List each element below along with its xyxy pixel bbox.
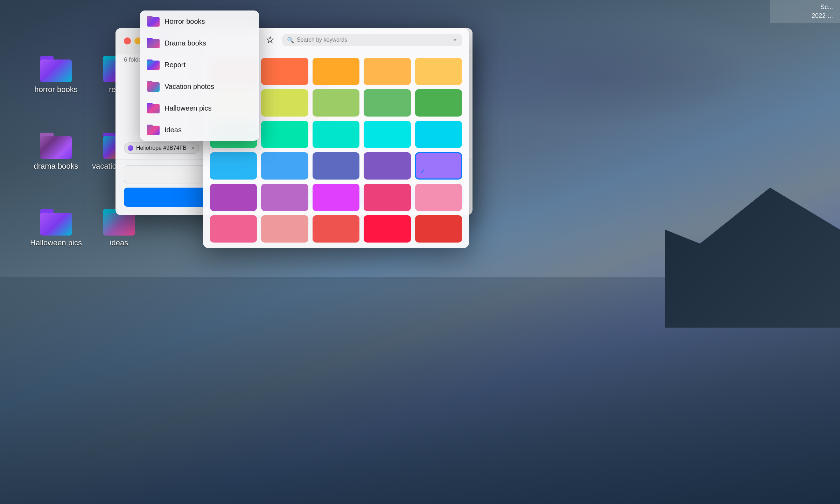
dropdown-folder-icon-halloween — [147, 103, 160, 113]
dropdown-item-report[interactable]: Report — [140, 54, 259, 76]
dropdown-label-drama-books: Drama books — [164, 39, 206, 47]
dropdown-item-ideas[interactable]: Ideas — [140, 119, 259, 141]
color-tag-label-1: Heliotrope #9B74FB — [136, 145, 187, 151]
swatch-teal-3[interactable] — [313, 121, 359, 148]
swatch-check-icon: ✓ — [420, 167, 426, 176]
dropdown-folder-icon-horror — [147, 16, 160, 27]
dropdown-label-ideas: Ideas — [164, 126, 182, 134]
swatch-red-4[interactable] — [415, 215, 462, 243]
dropdown-folder-icon-drama — [147, 38, 160, 48]
desktop-icon-label-horror-books: horror books — [34, 85, 78, 94]
folder-icon-drama-books — [40, 133, 72, 159]
swatch-purple-selected[interactable]: ✓ — [415, 152, 462, 180]
desktop-icon-label-halloween-pics: Halloween pics — [30, 238, 82, 247]
swatch-teal-2[interactable] — [261, 121, 308, 148]
dropdown-item-drama-books[interactable]: Drama books — [140, 32, 259, 54]
sparkles-icon[interactable] — [264, 34, 276, 46]
menubar-text: Sc...2022-... — [777, 3, 833, 20]
swatch-pink-3[interactable] — [415, 184, 462, 211]
dropdown-label-halloween-pics: Halloween pics — [164, 104, 212, 112]
swatch-orange-3[interactable] — [364, 58, 411, 85]
desktop-icon-label-ideas: ideas — [110, 238, 128, 247]
swatch-yellow-2[interactable] — [261, 89, 308, 117]
dropdown-menu: Horror books Drama books Report Vacation… — [140, 10, 259, 141]
menubar: Sc...2022-... — [770, 0, 840, 23]
swatch-cyan-1[interactable] — [415, 121, 462, 148]
swatch-blue-3[interactable] — [313, 152, 359, 180]
dropdown-item-vacation-photos[interactable]: Vacation photos — [140, 76, 259, 97]
folder-icon-horror-books — [40, 56, 72, 82]
dropdown-item-halloween-pics[interactable]: Halloween pics — [140, 97, 259, 119]
search-input[interactable] — [297, 37, 450, 43]
dropdown-folder-icon-vacation — [147, 81, 160, 92]
swatch-teal-4[interactable] — [364, 121, 411, 148]
swatch-green-3[interactable] — [415, 89, 462, 117]
search-bar[interactable]: 🔍 ✦ — [282, 34, 462, 46]
swatch-purple-1[interactable] — [364, 152, 411, 180]
dropdown-folder-icon-report — [147, 59, 160, 70]
swatch-orange-1[interactable] — [261, 58, 308, 85]
close-button[interactable] — [124, 37, 131, 44]
swatch-red-3[interactable] — [364, 215, 411, 243]
search-sparkle-icon: ✦ — [453, 37, 457, 43]
desktop-icon-horror-books[interactable]: horror books — [35, 56, 77, 94]
dropdown-folder-icon-ideas — [147, 125, 160, 135]
swatch-orange-2[interactable] — [313, 58, 359, 85]
color-tag-dot-1 — [128, 145, 133, 151]
swatch-green-2[interactable] — [364, 89, 411, 117]
swatch-blue-1[interactable] — [210, 152, 257, 180]
swatch-purple-2[interactable] — [210, 184, 257, 211]
dropdown-item-horror-books[interactable]: Horror books — [140, 10, 259, 32]
color-tag-remove-1[interactable]: ✕ — [191, 145, 195, 151]
swatch-pink-2[interactable] — [364, 184, 411, 211]
swatch-pink-5[interactable] — [261, 215, 308, 243]
swatch-purple-3[interactable] — [261, 184, 308, 211]
desktop-icon-label-drama-books: drama books — [34, 162, 78, 171]
dropdown-label-horror-books: Horror books — [164, 18, 205, 26]
swatch-blue-2[interactable] — [261, 152, 308, 180]
swatch-green-1[interactable] — [313, 89, 359, 117]
swatch-pink-4[interactable] — [210, 215, 257, 243]
dropdown-label-report: Report — [164, 61, 186, 69]
swatch-orange-4[interactable] — [415, 58, 462, 85]
desktop-icon-drama-books[interactable]: drama books — [35, 133, 77, 171]
swatch-red-2[interactable] — [313, 215, 359, 243]
color-tag-heliotrope[interactable]: Heliotrope #9B74FB ✕ — [124, 142, 200, 154]
dropdown-label-vacation-photos: Vacation photos — [164, 83, 214, 91]
desktop-icon-halloween-pics[interactable]: Halloween pics — [35, 209, 77, 247]
swatch-pink-1[interactable] — [313, 184, 359, 211]
search-icon: 🔍 — [287, 37, 294, 43]
folder-icon-halloween-pics — [40, 209, 72, 236]
